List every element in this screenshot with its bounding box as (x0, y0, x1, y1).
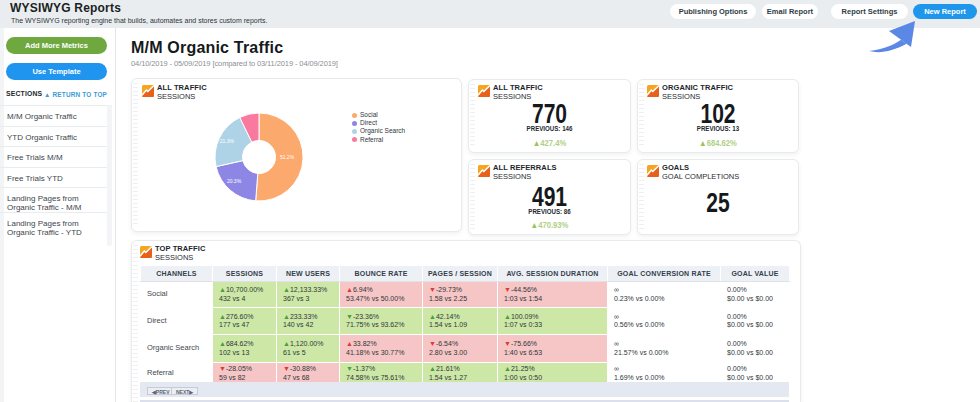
svg-text:20.3%: 20.3% (227, 178, 242, 184)
svg-text:51.2%: 51.2% (280, 154, 295, 160)
svg-text:21.3%: 21.3% (220, 138, 235, 144)
